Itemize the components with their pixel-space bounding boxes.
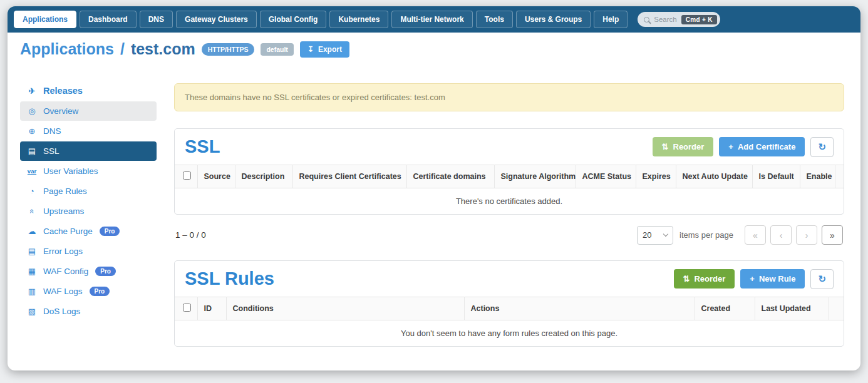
reorder-label: Reorder [694, 274, 725, 283]
refresh-icon: ↻ [818, 141, 826, 153]
last-page-button[interactable]: » [822, 225, 843, 245]
protocol-badge: HTTP/HTTPS [202, 43, 255, 56]
ssl-reorder-button[interactable]: ⇅ Reorder [653, 137, 714, 156]
column-header-signature-algorithm: Signature Algorithm [494, 165, 576, 188]
column-header-is-default: Is Default [752, 165, 800, 188]
top-navigation: Applications Dashboard DNS Gateway Clust… [8, 6, 860, 33]
column-header-description: Description [235, 165, 292, 188]
column-header-source: Source [197, 165, 235, 188]
tab-kubernetes[interactable]: Kubernetes [329, 11, 388, 28]
rules-refresh-button[interactable]: ↻ [810, 269, 834, 289]
rules-table-header-row: ID Conditions Actions Created Last Updat… [175, 297, 844, 320]
sidebar-item-ssl[interactable]: ▤ SSL [20, 141, 157, 161]
column-header-row-actions [835, 165, 844, 188]
ssl-section-title: SSL [185, 136, 220, 157]
tab-global-config[interactable]: Global Config [260, 11, 327, 28]
waf-config-icon: ▦ [26, 267, 38, 276]
ssl-rules-section-actions: ⇅ Reorder + New Rule ↻ [674, 269, 834, 289]
page-size-value: 20 [643, 230, 651, 240]
ssl-section: SSL ⇅ Reorder + Add Certificate ↻ [174, 128, 844, 215]
tab-users-groups[interactable]: Users & Groups [516, 11, 591, 28]
certificate-icon: ▤ [26, 146, 38, 156]
pro-badge: Pro [95, 267, 116, 276]
rules-reorder-button[interactable]: ⇅ Reorder [674, 269, 735, 289]
ssl-section-header: SSL ⇅ Reorder + Add Certificate ↻ [175, 129, 844, 165]
download-icon: ↧ [307, 45, 314, 54]
column-header-certificate-domains: Certificate domains [406, 165, 494, 188]
ssl-table-header-row: Source Description Requires Client Certi… [175, 165, 844, 188]
sidebar-item-releases[interactable]: ✈ Releases [20, 81, 157, 101]
ssl-select-all-checkbox[interactable] [183, 171, 191, 180]
page-rules-icon: ◔ [26, 186, 38, 196]
ssl-empty-row: There's no certificates added. [175, 188, 844, 215]
ssl-rules-section-title: SSL Rules [185, 268, 274, 289]
breadcrumb-separator: / [120, 40, 125, 58]
pagination-controls: 20 items per page « ‹ › » [637, 225, 843, 245]
sidebar-item-waf-config[interactable]: ▦ WAF Config Pro [20, 262, 157, 281]
column-header-requires-client-certificates: Requires Client Certificates [292, 165, 406, 188]
ssl-refresh-button[interactable]: ↻ [810, 137, 834, 157]
sidebar-item-error-logs[interactable]: ▤ Error Logs [20, 242, 157, 261]
column-header-conditions: Conditions [226, 297, 464, 320]
search-input[interactable]: Search Cmd + K [638, 12, 720, 27]
tab-dns[interactable]: DNS [140, 11, 173, 28]
sidebar-item-upstreams[interactable]: « Upstreams [20, 202, 157, 221]
refresh-icon: ↻ [818, 273, 826, 285]
body-wrap: ✈ Releases ◎ Overview ⊕ DNS ▤ SSL var Us… [8, 64, 860, 370]
sidebar: ✈ Releases ◎ Overview ⊕ DNS ▤ SSL var Us… [8, 64, 165, 370]
sidebar-item-waf-logs[interactable]: ▥ WAF Logs Pro [20, 282, 157, 301]
prev-page-button[interactable]: ‹ [770, 225, 792, 245]
sidebar-item-page-rules[interactable]: ◔ Page Rules [20, 181, 157, 201]
column-header-id: ID [197, 297, 226, 320]
export-button[interactable]: ↧ Export [300, 41, 349, 58]
sidebar-item-label: Releases [43, 86, 83, 96]
sidebar-item-label: WAF Logs [43, 287, 83, 296]
export-label: Export [318, 45, 342, 54]
cloud-icon: ☁ [26, 227, 38, 236]
tab-help[interactable]: Help [594, 11, 628, 28]
rules-select-all-checkbox[interactable] [183, 304, 191, 312]
page-buttons: « ‹ › » [745, 225, 843, 245]
sidebar-item-overview[interactable]: ◎ Overview [20, 101, 157, 121]
next-page-button[interactable]: › [796, 225, 817, 245]
ssl-warning-banner: These domains have no SSL certificates o… [174, 83, 844, 111]
chevron-down-icon [663, 232, 668, 237]
plus-icon: + [728, 142, 733, 151]
ssl-table: Source Description Requires Client Certi… [175, 165, 844, 214]
sidebar-item-label: DNS [43, 126, 61, 136]
column-header-acme-status: ACME Status [576, 165, 636, 188]
tab-gateway-clusters[interactable]: Gateway Clusters [176, 11, 257, 28]
ssl-rules-section-header: SSL Rules ⇅ Reorder + New Rule ↻ [175, 261, 844, 297]
sidebar-item-dos-logs[interactable]: ▧ DoS Logs [20, 302, 157, 321]
ssl-section-actions: ⇅ Reorder + Add Certificate ↻ [653, 137, 834, 157]
search-placeholder: Search [654, 16, 676, 23]
column-header-next-auto-update: Next Auto Update [676, 165, 752, 188]
tab-applications[interactable]: Applications [14, 11, 76, 28]
breadcrumb-applications[interactable]: Applications [20, 40, 114, 58]
new-rule-label: New Rule [759, 274, 796, 283]
sidebar-item-cache-purge[interactable]: ☁ Cache Purge Pro [20, 222, 157, 241]
new-rule-button[interactable]: + New Rule [740, 269, 805, 289]
items-per-page-label: items per page [679, 230, 733, 240]
page-title: Applications / test.com [20, 40, 195, 58]
page-size-select[interactable]: 20 [637, 226, 673, 245]
first-page-button[interactable]: « [745, 225, 766, 245]
sidebar-item-label: User Variables [43, 166, 98, 176]
globe-icon: ⊕ [26, 126, 38, 136]
sidebar-item-label: Cache Purge [43, 227, 93, 236]
ssl-pagination: 1 – 0 / 0 20 items per page « ‹ › » [175, 225, 843, 245]
pro-badge: Pro [90, 287, 110, 296]
add-certificate-button[interactable]: + Add Certificate [719, 137, 805, 156]
sidebar-item-label: Error Logs [43, 247, 83, 256]
column-header-expires: Expires [636, 165, 676, 188]
tab-multi-tier-network[interactable]: Multi-tier Network [391, 11, 472, 28]
column-header-actions: Actions [464, 297, 695, 320]
column-header-created: Created [695, 297, 755, 320]
tab-tools[interactable]: Tools [476, 11, 513, 28]
reorder-icon: ⇅ [683, 274, 690, 283]
ssl-select-all-cell [175, 165, 197, 188]
sidebar-item-dns[interactable]: ⊕ DNS [20, 121, 157, 141]
tab-dashboard[interactable]: Dashboard [80, 11, 137, 28]
sidebar-item-user-variables[interactable]: var User Variables [20, 161, 157, 181]
rules-empty-state: You don't seem to have any form rules cr… [175, 320, 844, 347]
